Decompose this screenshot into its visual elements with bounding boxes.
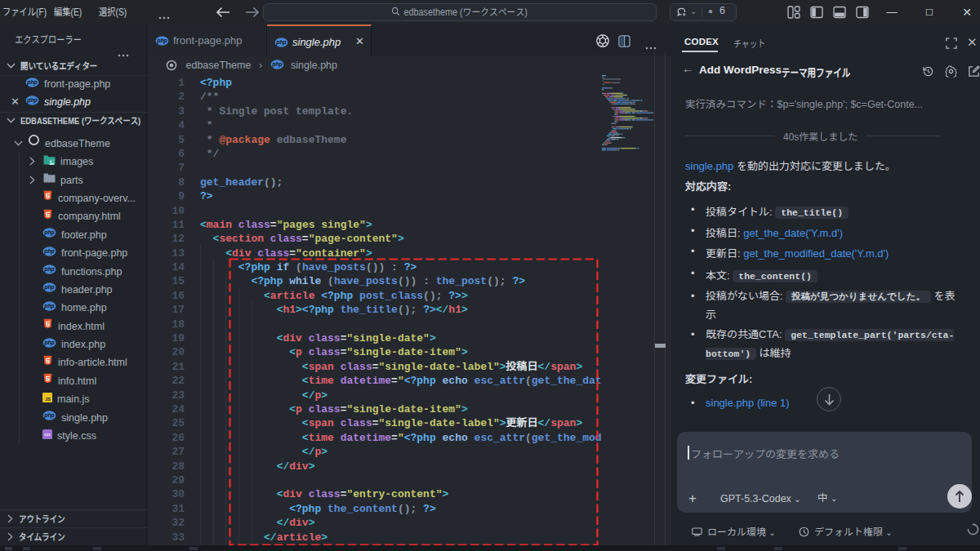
svg-text:php: php — [271, 61, 282, 68]
svg-text:php: php — [43, 230, 54, 237]
svg-text:php: php — [43, 266, 54, 273]
svg-text:php: php — [26, 97, 37, 104]
svg-text:php: php — [43, 285, 54, 291]
svg-text:JS: JS — [45, 397, 51, 402]
svg-text:php: php — [26, 79, 37, 86]
svg-text:php: php — [43, 413, 54, 420]
svg-text:php: php — [275, 39, 286, 46]
svg-text:php: php — [156, 38, 167, 44]
svg-text:php: php — [43, 248, 54, 255]
svg-text:php: php — [43, 340, 54, 346]
svg-text:php: php — [43, 303, 54, 309]
svg-text:css: css — [44, 433, 51, 437]
